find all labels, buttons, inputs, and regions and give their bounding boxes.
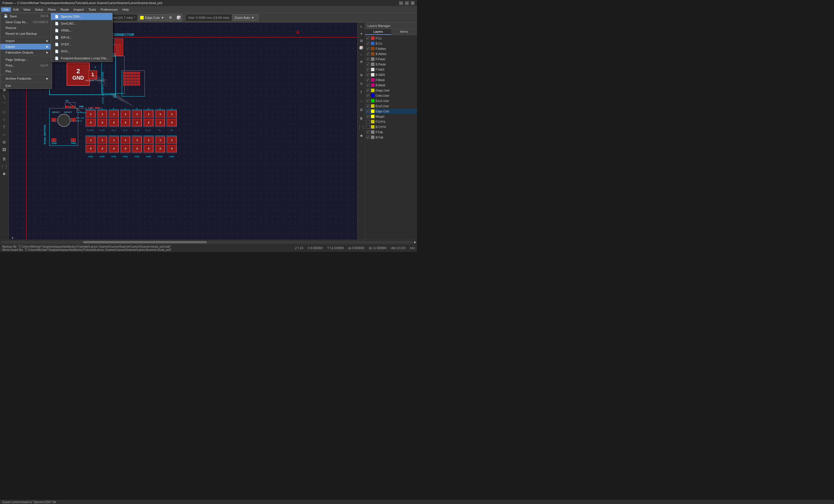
menu-inspect[interactable]: Inspect bbox=[71, 7, 86, 12]
layer-checkbox-b.mask[interactable]: ✓ bbox=[366, 83, 370, 87]
layer-selector[interactable]: Edge.Cuts ▼ bbox=[138, 14, 166, 21]
layer-item-f-fab[interactable]: ✓F.Fab bbox=[365, 130, 417, 135]
layer-checkbox-b.cu[interactable]: ✓ bbox=[366, 42, 370, 45]
horizontal-scrollbar[interactable]: ▶ bbox=[0, 240, 417, 244]
align-tool[interactable]: ⊞ bbox=[358, 107, 365, 113]
layer-item-f-mask[interactable]: ✓F.Mask bbox=[365, 77, 417, 83]
draw-circle-tool[interactable]: ○ bbox=[1, 116, 8, 123]
layer-item-b-mask[interactable]: ✓B.Mask bbox=[365, 83, 417, 88]
scroll-thumb[interactable] bbox=[83, 241, 207, 243]
layer-checkbox-eco1.user[interactable]: ✓ bbox=[366, 99, 370, 103]
menu-save-copy[interactable]: Save Copy As... Ctrl+Shift+S bbox=[0, 19, 52, 25]
export-svg[interactable]: 📄 SVG... bbox=[51, 48, 112, 55]
layer-item-eco2-user[interactable]: ✓Eco2.User bbox=[365, 104, 417, 109]
layer-settings-button[interactable]: ⚙ bbox=[167, 14, 174, 21]
layer-checkbox-f.paste[interactable]: ✓ bbox=[366, 57, 370, 61]
layer-checkbox-f.fab[interactable]: ✓ bbox=[366, 130, 370, 134]
ratsnest-tool[interactable]: ~ bbox=[358, 51, 365, 58]
layer-checkbox-f.mask[interactable]: ✓ bbox=[366, 78, 370, 82]
menu-plot[interactable]: Plot... bbox=[0, 68, 52, 74]
layer-item-b-silks[interactable]: ✓B.SilkS bbox=[365, 72, 417, 77]
layer-checkbox-cmts.user[interactable]: ✓ bbox=[366, 94, 370, 97]
menu-import[interactable]: Import bbox=[0, 38, 52, 44]
zoom-selector[interactable]: Zoom Auto ▼ bbox=[233, 14, 259, 21]
layer-item-b-paste[interactable]: ✓B.Paste bbox=[365, 62, 417, 67]
minimize-button[interactable]: — bbox=[399, 1, 403, 5]
layer-checkbox-b.crtyd[interactable] bbox=[366, 125, 370, 129]
layer-item-b-fab[interactable]: ✓B.Fab bbox=[365, 135, 417, 140]
layer-item-b-crtyd[interactable]: B.CrtYd bbox=[365, 124, 417, 130]
scripting-tool[interactable]: ✱ bbox=[358, 133, 365, 139]
layer-item-dwgs-user[interactable]: ✓Dwgs.User bbox=[365, 88, 417, 93]
menu-export[interactable]: Export bbox=[0, 44, 52, 49]
dimension-add-tool[interactable]: ↔ bbox=[358, 98, 365, 104]
layer-checkbox-b.adhes[interactable]: ✓ bbox=[366, 52, 370, 56]
draw-rect-tool[interactable]: □ bbox=[1, 108, 8, 115]
maximize-button[interactable]: □ bbox=[405, 1, 409, 5]
layer-item-cmts-user[interactable]: ✓Cmts.User bbox=[365, 93, 417, 98]
layer-item-margin[interactable]: ✓Margin bbox=[365, 114, 417, 119]
menu-view[interactable]: View bbox=[21, 7, 33, 12]
cursor-tool[interactable]: ↖ bbox=[358, 24, 365, 30]
menu-print[interactable]: Print... Ctrl+P bbox=[0, 63, 52, 68]
scroll-track[interactable] bbox=[1, 241, 413, 243]
export-vrml[interactable]: 📄 VRML... bbox=[51, 27, 112, 34]
special-tool[interactable]: ✱ bbox=[1, 170, 8, 177]
delete-tool[interactable]: 🗑 bbox=[1, 155, 8, 162]
menu-tools[interactable]: Tools bbox=[86, 7, 98, 12]
export-step[interactable]: 📄 STEP... bbox=[51, 41, 112, 48]
menu-fabrication[interactable]: Fabrication Outputs bbox=[0, 49, 52, 55]
add-image-tool[interactable]: 🖼 bbox=[1, 146, 8, 153]
export-idfv3[interactable]: 📄 IDFv3... bbox=[51, 34, 112, 41]
layer-checkbox-f.crtyd[interactable] bbox=[366, 120, 370, 124]
menu-setup[interactable]: Setup bbox=[32, 7, 45, 12]
layer-item-b-cu[interactable]: ✓B.Cu bbox=[365, 41, 417, 46]
layer-item-f-crtyd[interactable]: F.CrtYd bbox=[365, 119, 417, 124]
export-footprint-assoc[interactable]: 📄 Footprint Association (.cmp) File... bbox=[51, 55, 112, 62]
menu-place[interactable]: Place bbox=[45, 7, 58, 12]
add-text-tool[interactable]: T bbox=[1, 124, 8, 130]
layer-item-f-adhes[interactable]: ✓F.Adhes bbox=[365, 46, 417, 51]
menu-file[interactable]: File bbox=[1, 7, 11, 12]
export-gencad[interactable]: 📄 GenCAD... bbox=[51, 20, 112, 27]
inspect-3d-tool[interactable]: 🎲 bbox=[358, 45, 365, 51]
close-button[interactable]: ✕ bbox=[411, 1, 415, 5]
layer-item-b-adhes[interactable]: ✓B.Adhes bbox=[365, 51, 417, 57]
menu-page-settings[interactable]: Page Settings... bbox=[0, 57, 52, 63]
layer-item-f-cu[interactable]: ✓F.Cu bbox=[365, 36, 417, 41]
delete-right-tool[interactable]: 🗑 bbox=[358, 115, 365, 122]
text-add-tool[interactable]: T bbox=[358, 89, 365, 95]
layer-checkbox-margin[interactable]: ✓ bbox=[366, 115, 370, 118]
layer-checkbox-f.silks[interactable]: ✓ bbox=[366, 68, 370, 71]
menu-help[interactable]: Help bbox=[120, 7, 131, 12]
layer-checkbox-edge.cuts[interactable]: ✓ bbox=[366, 109, 370, 113]
draw-arc-tool[interactable]: ⌒ bbox=[1, 101, 8, 108]
export-spectra[interactable]: 📄 Spectra DSN... bbox=[51, 13, 112, 20]
menu-revert[interactable]: Revert to Last Backup bbox=[0, 31, 52, 37]
layer-checkbox-f.cu[interactable]: ✓ bbox=[366, 37, 370, 40]
layer-checkbox-b.silks[interactable]: ✓ bbox=[366, 73, 370, 76]
layer-item-f-silks[interactable]: ✓F.SilkS bbox=[365, 67, 417, 72]
grid-tool[interactable]: ⋮⋮ bbox=[1, 163, 8, 170]
menu-exit[interactable]: Exit bbox=[0, 83, 52, 89]
layer-3d-button[interactable]: 🎲 bbox=[175, 14, 182, 21]
menu-route[interactable]: Route bbox=[58, 7, 71, 12]
design-rule-tool[interactable]: ⊗ bbox=[358, 59, 365, 65]
highlight-tool[interactable]: ✦ bbox=[358, 31, 365, 37]
add-dimension-tool[interactable]: ↔ bbox=[1, 131, 8, 138]
layer-checkbox-eco2.user[interactable]: ✓ bbox=[366, 104, 370, 108]
add-footprint-tool[interactable]: ⊞ bbox=[1, 138, 8, 146]
menu-rescue[interactable]: Rescue bbox=[0, 25, 52, 31]
menu-preferences[interactable]: Preferences bbox=[98, 7, 120, 12]
pad-add-tool[interactable]: ⊕ bbox=[358, 72, 365, 78]
layer-item-eco1-user[interactable]: ✓Eco1.User bbox=[365, 98, 417, 104]
menu-archive-footprints[interactable]: Archive Footprints bbox=[0, 75, 52, 81]
grid-right-tool[interactable]: ⋮⋮ bbox=[358, 124, 365, 130]
layer-item-f-paste[interactable]: ✓F.Paste bbox=[365, 57, 417, 62]
menu-edit[interactable]: Edit bbox=[11, 7, 21, 12]
layer-checkbox-dwgs.user[interactable]: ✓ bbox=[366, 89, 370, 92]
tab-layers[interactable]: Layers bbox=[365, 29, 391, 35]
menu-save[interactable]: 💾 Save Ctrl+S bbox=[0, 13, 52, 19]
layer-checkbox-f.adhes[interactable]: ✓ bbox=[366, 47, 370, 50]
via-tool2[interactable]: ⊙ bbox=[358, 81, 365, 87]
